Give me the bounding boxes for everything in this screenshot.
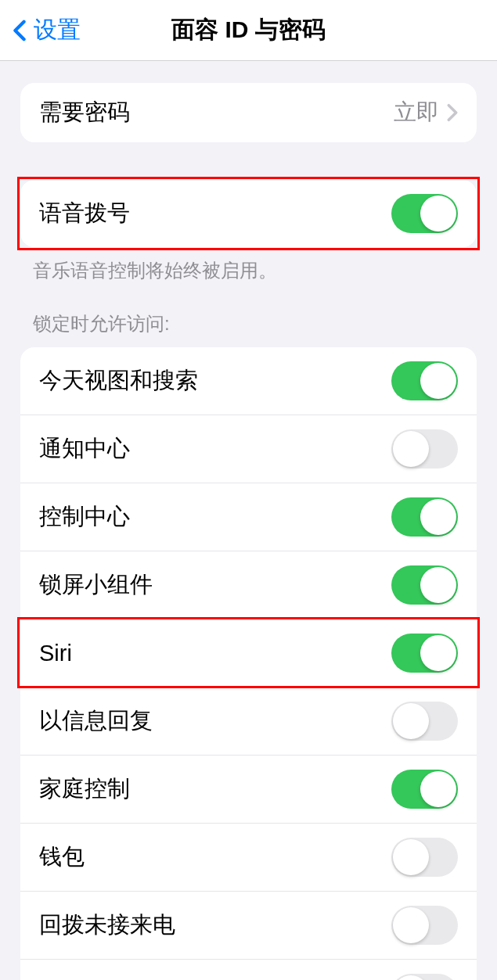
voice-dial-toggle[interactable] bbox=[391, 194, 458, 233]
lock-access-toggle[interactable] bbox=[391, 838, 458, 877]
lock-access-toggle[interactable] bbox=[391, 429, 458, 468]
lock-access-toggle[interactable] bbox=[391, 702, 458, 741]
lock-access-toggle[interactable] bbox=[391, 974, 458, 980]
lock-access-toggle[interactable] bbox=[391, 770, 458, 809]
lock-access-toggle[interactable] bbox=[391, 906, 458, 945]
lock-access-toggle[interactable] bbox=[391, 634, 458, 673]
lock-access-label: 回拨未接来电 bbox=[39, 910, 175, 941]
lock-access-row: 今天视图和搜索 bbox=[20, 347, 477, 415]
lock-access-row: Siri bbox=[20, 619, 477, 687]
lock-access-row: 控制中心 bbox=[20, 483, 477, 551]
lock-access-label: 控制中心 bbox=[39, 501, 130, 533]
lock-access-toggle[interactable] bbox=[391, 497, 458, 537]
lock-access-label: 钱包 bbox=[39, 842, 85, 873]
lock-access-row: 回拨未接来电 bbox=[20, 891, 477, 959]
lock-access-label: 以信息回复 bbox=[39, 705, 153, 737]
lock-access-row: 锁屏小组件 bbox=[20, 551, 477, 619]
page-title: 面容 ID 与密码 bbox=[171, 14, 326, 46]
chevron-left-icon bbox=[12, 20, 27, 41]
voice-dial-row: 语音拨号 bbox=[20, 180, 477, 247]
require-passcode-row[interactable]: 需要密码 立即 bbox=[20, 83, 477, 142]
lock-access-label: Siri bbox=[39, 641, 72, 666]
lock-access-row: 钱包 bbox=[20, 823, 477, 891]
back-label: 设置 bbox=[34, 14, 81, 46]
lock-access-label: 今天视图和搜索 bbox=[39, 365, 198, 397]
require-passcode-value: 立即 bbox=[394, 97, 439, 128]
lock-access-toggle[interactable] bbox=[391, 565, 458, 605]
navigation-bar: 设置 面容 ID 与密码 bbox=[0, 0, 497, 61]
chevron-right-icon bbox=[447, 103, 458, 122]
lock-access-label: 家庭控制 bbox=[39, 774, 130, 805]
lock-access-row: 通知中心 bbox=[20, 415, 477, 483]
lock-access-row: 家庭控制 bbox=[20, 755, 477, 823]
require-passcode-label: 需要密码 bbox=[39, 97, 130, 128]
back-button[interactable]: 设置 bbox=[12, 14, 81, 46]
voice-dial-footer: 音乐语音控制将始终被启用。 bbox=[0, 247, 497, 283]
lock-access-label: 锁屏小组件 bbox=[39, 569, 153, 601]
lock-access-row: USB配件 bbox=[20, 959, 477, 980]
lock-access-header: 锁定时允许访问: bbox=[0, 311, 497, 347]
voice-dial-label: 语音拨号 bbox=[39, 198, 130, 229]
lock-access-label: 通知中心 bbox=[39, 433, 130, 465]
lock-access-toggle[interactable] bbox=[391, 361, 458, 400]
lock-access-row: 以信息回复 bbox=[20, 687, 477, 755]
